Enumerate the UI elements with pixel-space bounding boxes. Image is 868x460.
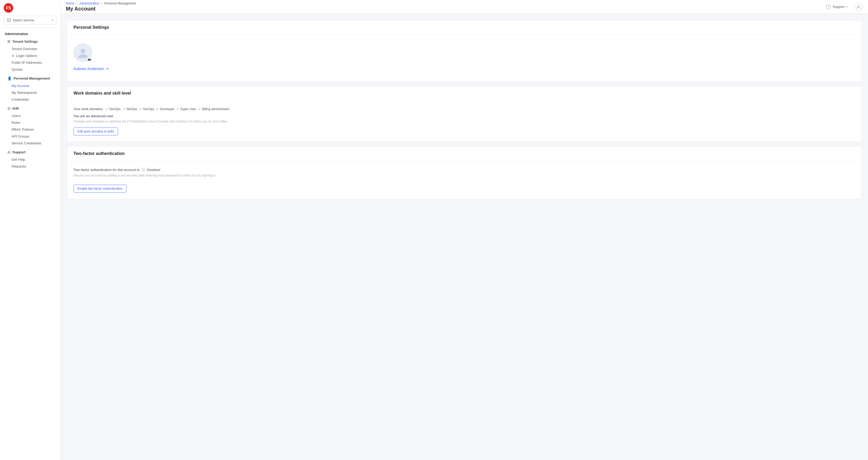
sidebar-item-requests[interactable]: Requests: [4, 163, 57, 170]
avatar-camera-button[interactable]: 📷: [87, 56, 92, 62]
secops-check-icon: ✓: [139, 107, 142, 111]
two-factor-card: Two-factor authentication Two-factor aut…: [67, 146, 862, 199]
tfa-status-label: Two-factor authentication for this accou…: [73, 168, 141, 172]
avatar-default-icon: [77, 47, 89, 59]
sidebar-administration: Administration ⊞ Tenant Settings Tenant …: [0, 28, 60, 172]
select-service-button[interactable]: Select service ▾: [4, 16, 57, 25]
personal-management-label: Personal Management: [14, 76, 50, 80]
sidebar: F5 Select service ▾ Administration: [0, 0, 61, 460]
iam-icon: ◎: [7, 106, 10, 111]
main-content: Personal Settings 📷: [61, 14, 868, 460]
tfa-status-row: Two-factor authentication for this accou…: [73, 167, 855, 172]
advanced-user-text: You are an advanced user.: [73, 114, 855, 118]
sidebar-item-api-groups[interactable]: API Groups: [4, 133, 57, 140]
chevron-down-icon: ▾: [52, 19, 53, 22]
user-avatar-button[interactable]: [854, 3, 863, 11]
work-domains-row: Your work domains: ✓ DevOps ✓ NetOps ✓ S…: [73, 107, 855, 111]
avatar-section: 📷 Aubree Andersen ✏: [73, 41, 855, 75]
f5-logo: F5: [4, 3, 13, 13]
sidebar-item-rbac-policies[interactable]: RBAC Policies ›: [4, 126, 57, 133]
personal-mgmt-icon: 👤: [7, 76, 11, 80]
domain-billing-admin: ✓ Billing administrator: [198, 107, 230, 111]
work-domains-title: Work domains and skill level: [73, 91, 855, 96]
work-domains-body: Your work domains: ✓ DevOps ✓ NetOps ✓ S…: [67, 101, 861, 142]
sidebar-item-quotas[interactable]: Quotas: [4, 66, 57, 73]
sidebar-item-my-namespaces[interactable]: My Namespaces: [4, 89, 57, 96]
work-domains-label: Your work domains:: [73, 107, 103, 111]
edit-name-icon[interactable]: ✏: [106, 67, 109, 71]
developer-check-icon: ✓: [156, 107, 159, 111]
sidebar-parent-iam[interactable]: ◎ IAM: [4, 105, 57, 112]
domain-secops: ✓ SecOps: [139, 107, 154, 111]
domain-netops: ✓ NetOps: [123, 107, 137, 111]
tfa-helper: Secure your account by adding a second s…: [73, 174, 855, 177]
top-nav-right: ? Support ▾: [824, 3, 863, 11]
work-domains-card: Work domains and skill level Your work d…: [67, 86, 862, 142]
avatar-wrapper: 📷: [73, 43, 92, 62]
superuser-check-icon: ✓: [177, 107, 179, 111]
tenant-settings-label: Tenant Settings: [12, 39, 38, 43]
sidebar-item-users[interactable]: Users: [4, 113, 57, 119]
enable-tfa-button[interactable]: Enable two-factor authentication: [73, 185, 126, 192]
support-label: Support: [12, 150, 26, 154]
personal-settings-body: 📷 Aubree Andersen ✏: [67, 35, 861, 82]
sidebar-item-credentials[interactable]: Credentials: [4, 96, 57, 103]
two-factor-header: Two-factor authentication: [67, 147, 861, 161]
personal-settings-card: Personal Settings 📷: [67, 20, 862, 82]
administration-title: Administration: [4, 32, 57, 36]
tfa-info-icon[interactable]: ⓘ: [142, 167, 145, 172]
sidebar-item-roles[interactable]: Roles: [4, 119, 57, 126]
sidebar-item-service-credentials[interactable]: Service Credentials: [4, 140, 57, 147]
sidebar-parent-personal-management[interactable]: 👤 Personal Management: [4, 75, 57, 82]
page-title: My Account: [66, 6, 136, 12]
domain-devops: ✓ DevOps: [105, 107, 121, 111]
support-icon: ◎: [7, 150, 10, 154]
top-nav: Home > Administration > Personal Managem…: [61, 0, 868, 14]
svg-point-3: [81, 49, 85, 54]
sidebar-parent-support[interactable]: ◎ Support: [4, 149, 57, 156]
support-chevron-icon: ▾: [846, 5, 847, 8]
domain-developer: ✓ Developer: [156, 107, 174, 111]
login-options-icon: ⚙: [11, 54, 14, 58]
sidebar-parent-tenant-settings[interactable]: ⊞ Tenant Settings: [4, 38, 57, 45]
sidebar-item-public-ip[interactable]: Public IP Addresses: [4, 59, 57, 66]
personal-settings-title: Personal Settings: [73, 25, 855, 30]
sidebar-item-get-help[interactable]: Get Help: [4, 156, 57, 163]
work-domains-helper: Change work domains to optimize the F5 D…: [73, 120, 855, 123]
header-left: Home > Administration > Personal Managem…: [66, 2, 136, 12]
sidebar-header: F5 Select service ▾: [0, 0, 60, 28]
netops-check-icon: ✓: [123, 107, 125, 111]
camera-icon: 📷: [88, 58, 91, 61]
domain-superuser: ✓ Super User: [177, 107, 196, 111]
user-icon: [856, 4, 861, 9]
user-name-row: Aubree Andersen ✏: [73, 66, 109, 71]
sidebar-item-my-account[interactable]: My Account: [4, 83, 57, 89]
support-btn-label: Support: [832, 5, 844, 9]
sidebar-item-tenant-overview[interactable]: Tenant Overview: [4, 45, 57, 52]
breadcrumb-section[interactable]: Administration: [79, 2, 99, 5]
personal-settings-header: Personal Settings: [67, 20, 861, 35]
user-name[interactable]: Aubree Andersen: [73, 66, 104, 71]
breadcrumb-current: Personal Management: [104, 2, 136, 5]
iam-label: IAM: [12, 106, 19, 111]
select-service-label: Select service: [13, 18, 34, 22]
breadcrumb-home[interactable]: Home: [66, 2, 74, 5]
tfa-status-value: Disabled: [147, 168, 160, 172]
svg-point-2: [858, 5, 860, 7]
support-button[interactable]: ? Support ▾: [824, 3, 850, 11]
support-question-icon: ?: [826, 4, 831, 9]
tenant-settings-icon: ⊞: [7, 39, 10, 43]
grid-icon: [7, 19, 11, 22]
edit-work-domains-button[interactable]: Edit work domains & skills: [73, 127, 118, 135]
billing-admin-check-icon: ✓: [198, 107, 201, 111]
breadcrumb-sep2: >: [101, 2, 103, 5]
breadcrumb: Home > Administration > Personal Managem…: [66, 2, 136, 5]
breadcrumb-sep1: >: [76, 2, 78, 5]
sidebar-item-login-options[interactable]: ⚙ Login Options: [4, 53, 57, 59]
two-factor-title: Two-factor authentication: [73, 151, 855, 156]
work-domains-header: Work domains and skill level: [67, 86, 861, 101]
two-factor-body: Two-factor authentication for this accou…: [67, 161, 861, 199]
chevron-right-icon: ›: [54, 128, 55, 131]
svg-text:F5: F5: [6, 6, 11, 10]
devops-check-icon: ✓: [105, 107, 108, 111]
